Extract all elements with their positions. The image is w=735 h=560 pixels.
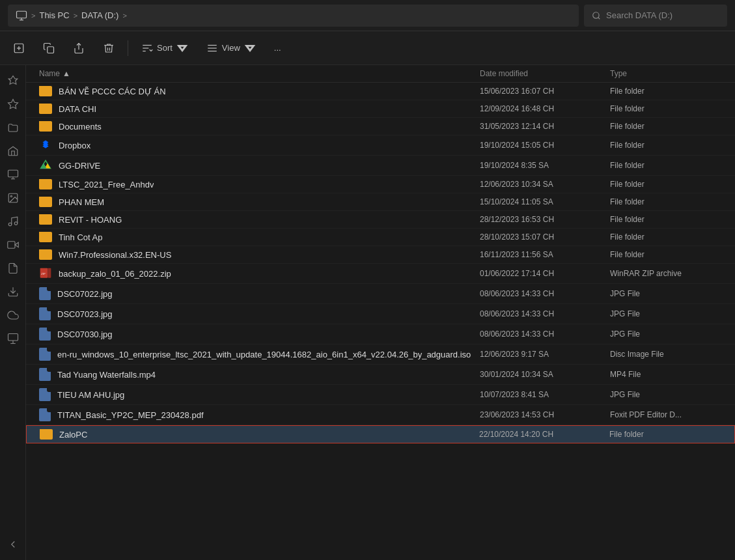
file-date: 12/09/2024 16:48 CH — [480, 104, 610, 113]
table-row[interactable]: DATA CHI 12/09/2024 16:48 CH File folder — [26, 100, 735, 118]
file-date: 08/06/2023 14:33 CH — [480, 329, 610, 339]
table-row[interactable]: DSC07030.jpg 08/06/2023 14:33 CH JPG Fil… — [26, 324, 735, 344]
file-name: DSC07022.jpg — [57, 289, 113, 299]
file-name: LTSC_2021_Free_Anhdv — [59, 180, 154, 189]
document-icon — [7, 262, 19, 274]
svg-point-24 — [8, 223, 12, 226]
view-button[interactable]: View — [199, 36, 264, 61]
sort-icon — [141, 42, 153, 54]
table-row[interactable]: DSC07023.jpg 08/06/2023 14:33 CH JPG Fil… — [26, 304, 735, 324]
nav-pin-3[interactable] — [3, 117, 23, 138]
nav-pin-12[interactable] — [3, 328, 23, 349]
file-name: DSC07030.jpg — [57, 329, 113, 339]
table-row[interactable]: Win7.Professional.x32.EN-US 16/11/2023 1… — [26, 246, 735, 264]
nav-pin-2[interactable] — [3, 94, 23, 115]
file-date: 23/06/2023 14:53 CH — [480, 410, 610, 419]
delete-button[interactable] — [95, 36, 122, 61]
view-label: View — [222, 43, 240, 53]
svg-point-25 — [14, 222, 18, 225]
nav-pin-5[interactable] — [3, 164, 23, 185]
toolbar: Sort View ... — [0, 31, 735, 65]
file-date: 30/01/2024 10:34 SA — [480, 370, 610, 379]
table-row[interactable]: ZaloPC 22/10/2024 14:20 CH File folder — [26, 425, 735, 443]
table-row[interactable]: Tad Yuang Waterfalls.mp4 30/01/2024 10:3… — [26, 365, 735, 385]
file-name-cell: LTSC_2021_Free_Anhdv — [39, 179, 480, 189]
nav-pin-9[interactable] — [3, 258, 23, 279]
file-name: TITAN_Basic_YP2C_MEP_230428.pdf — [57, 410, 204, 420]
file-name-cell: DATA CHI — [39, 104, 480, 114]
nav-pin-8[interactable] — [3, 234, 23, 255]
copy-path-button[interactable] — [35, 36, 62, 61]
music-icon — [7, 216, 19, 227]
svg-text:ZIP: ZIP — [41, 272, 46, 275]
file-type: File folder — [610, 87, 727, 96]
file-date: 12/06/2023 9:17 SA — [480, 350, 610, 359]
file-icon — [39, 388, 51, 401]
table-row[interactable]: LTSC_2021_Free_Anhdv 12/06/2023 10:34 SA… — [26, 176, 735, 193]
nav-pin-6[interactable] — [3, 188, 23, 208]
svg-point-3 — [593, 12, 599, 18]
svg-marker-13 — [178, 46, 186, 50]
table-row[interactable]: PHAN MEM 15/10/2024 11:05 SA File folder — [26, 193, 735, 211]
file-list-header: Name ▲ Date modified Type — [26, 65, 735, 83]
path-this-pc[interactable]: This PC — [39, 10, 69, 20]
file-type: Foxit PDF Editor D... — [610, 410, 727, 419]
nav-collapse[interactable] — [3, 534, 23, 555]
table-row[interactable]: GG-DRIVE 19/10/2024 8:35 SA File folder — [26, 156, 735, 176]
file-name-cell: BẢN VẼ PCCC CÁC DỰ ÁN — [39, 86, 480, 96]
table-row[interactable]: TITAN_Basic_YP2C_MEP_230428.pdf 23/06/20… — [26, 405, 735, 425]
header-type[interactable]: Type — [610, 69, 727, 78]
table-row[interactable]: Tinh Cot Ap 28/10/2023 15:07 CH File fol… — [26, 229, 735, 246]
file-name: backup_zalo_01_06_2022.zip — [59, 269, 171, 279]
file-date: 19/10/2024 15:05 CH — [480, 141, 610, 150]
download-icon — [7, 286, 19, 298]
desktop-icon — [7, 169, 19, 180]
file-name-cell: en-ru_windows_10_enterprise_ltsc_2021_wi… — [39, 348, 480, 361]
table-row[interactable]: en-ru_windows_10_enterprise_ltsc_2021_wi… — [26, 344, 735, 365]
folder-icon — [39, 197, 52, 207]
table-row[interactable]: ZIP backup_zalo_01_06_2022.zip 01/06/202… — [26, 264, 735, 284]
table-row[interactable]: DSC07022.jpg 08/06/2023 14:33 CH JPG Fil… — [26, 284, 735, 304]
path-breadcrumb[interactable]: > This PC > DATA (D:) > — [8, 5, 579, 27]
nav-pin-11[interactable] — [3, 305, 23, 326]
search-placeholder: Search DATA (D:) — [606, 10, 673, 20]
sort-chevron-icon — [176, 42, 188, 54]
file-name: PHAN MEM — [59, 197, 104, 207]
sort-arrow-icon: ▲ — [62, 69, 70, 78]
header-date[interactable]: Date modified — [480, 69, 610, 78]
folder-icon — [40, 429, 53, 440]
monitor-icon — [16, 10, 27, 21]
table-row[interactable]: Documents 31/05/2023 12:14 CH File folde… — [26, 118, 735, 135]
cloud-icon — [7, 309, 19, 321]
file-date: 19/10/2024 8:35 SA — [480, 161, 610, 170]
more-button[interactable]: ... — [266, 36, 289, 61]
file-type: File folder — [610, 122, 727, 131]
svg-rect-8 — [48, 46, 54, 53]
sort-label: Sort — [157, 43, 173, 53]
table-row[interactable]: REVIT - HOANG 28/12/2023 16:53 CH File f… — [26, 211, 735, 229]
sort-button[interactable]: Sort — [133, 36, 196, 61]
folder-icon — [39, 214, 52, 225]
nav-pin-7[interactable] — [3, 211, 23, 232]
header-name[interactable]: Name ▲ — [39, 69, 480, 78]
file-type: File folder — [610, 250, 727, 259]
file-name-cell: Tinh Cot Ap — [39, 232, 480, 242]
file-type: File folder — [610, 215, 727, 224]
file-name: Dropbox — [59, 141, 90, 150]
nav-pin-10[interactable] — [3, 281, 23, 302]
search-box[interactable]: Search DATA (D:) — [584, 5, 727, 27]
share-button[interactable] — [65, 36, 92, 61]
file-date: 28/10/2023 15:07 CH — [480, 232, 610, 242]
table-row[interactable]: BẢN VẼ PCCC CÁC DỰ ÁN 15/06/2023 16:07 C… — [26, 83, 735, 100]
table-row[interactable]: TIEU AM AHU.jpg 10/07/2023 8:41 SA JPG F… — [26, 385, 735, 405]
main-layout: Name ▲ Date modified Type BẢN VẼ PCCC CÁ… — [0, 65, 735, 560]
table-row[interactable]: Dropbox 19/10/2024 15:05 CH File folder — [26, 135, 735, 156]
path-data-d[interactable]: DATA (D:) — [81, 10, 118, 20]
new-button[interactable] — [5, 36, 33, 61]
folder-icon — [39, 121, 52, 132]
file-name-cell: DSC07030.jpg — [39, 328, 480, 341]
nav-pin-4[interactable] — [3, 141, 23, 161]
file-icon — [39, 328, 51, 341]
nav-pin-1[interactable] — [3, 70, 23, 91]
sep1: > — [31, 12, 35, 20]
